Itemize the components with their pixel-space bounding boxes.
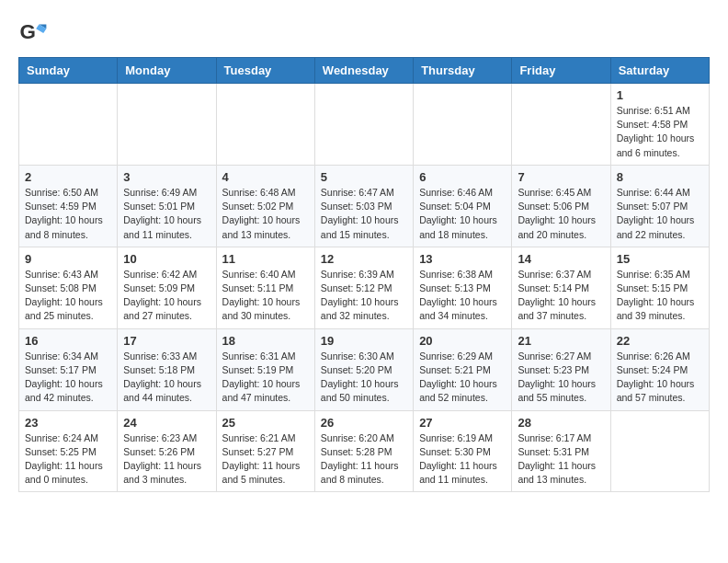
calendar-cell xyxy=(216,84,314,166)
day-info: Sunrise: 6:24 AM Sunset: 5:25 PM Dayligh… xyxy=(25,431,111,488)
day-number: 11 xyxy=(222,252,309,266)
calendar-cell: 7Sunrise: 6:45 AM Sunset: 5:06 PM Daylig… xyxy=(512,165,610,247)
weekday-header-sunday: Sunday xyxy=(19,58,118,84)
calendar-cell: 14Sunrise: 6:37 AM Sunset: 5:14 PM Dayli… xyxy=(512,247,610,328)
svg-text:G: G xyxy=(20,20,36,43)
day-number: 8 xyxy=(617,170,703,184)
day-info: Sunrise: 6:17 AM Sunset: 5:31 PM Dayligh… xyxy=(518,431,604,488)
day-info: Sunrise: 6:33 AM Sunset: 5:18 PM Dayligh… xyxy=(123,350,210,406)
day-info: Sunrise: 6:39 AM Sunset: 5:12 PM Dayligh… xyxy=(321,268,407,324)
calendar-week-0: 1Sunrise: 6:51 AM Sunset: 4:58 PM Daylig… xyxy=(19,84,710,166)
day-number: 3 xyxy=(123,170,210,184)
calendar-cell: 15Sunrise: 6:35 AM Sunset: 5:15 PM Dayli… xyxy=(610,247,709,328)
calendar-cell: 4Sunrise: 6:48 AM Sunset: 5:02 PM Daylig… xyxy=(216,165,314,247)
weekday-header-saturday: Saturday xyxy=(610,58,709,84)
day-info: Sunrise: 6:45 AM Sunset: 5:06 PM Dayligh… xyxy=(518,186,604,242)
day-number: 12 xyxy=(321,252,407,266)
calendar-week-2: 9Sunrise: 6:43 AM Sunset: 5:08 PM Daylig… xyxy=(19,247,710,328)
day-number: 18 xyxy=(222,334,309,348)
weekday-header-thursday: Thursday xyxy=(414,58,512,84)
calendar-cell: 17Sunrise: 6:33 AM Sunset: 5:18 PM Dayli… xyxy=(118,328,216,410)
weekday-header-row: SundayMondayTuesdayWednesdayThursdayFrid… xyxy=(19,58,710,84)
day-number: 2 xyxy=(25,170,111,184)
calendar-cell: 9Sunrise: 6:43 AM Sunset: 5:08 PM Daylig… xyxy=(19,247,118,328)
weekday-header-monday: Monday xyxy=(118,58,216,84)
page-header: G xyxy=(18,18,710,48)
calendar-cell: 5Sunrise: 6:47 AM Sunset: 5:03 PM Daylig… xyxy=(314,165,413,247)
day-number: 9 xyxy=(25,252,111,266)
calendar-cell: 24Sunrise: 6:23 AM Sunset: 5:26 PM Dayli… xyxy=(118,410,216,492)
day-info: Sunrise: 6:26 AM Sunset: 5:24 PM Dayligh… xyxy=(617,350,703,406)
weekday-header-wednesday: Wednesday xyxy=(314,58,413,84)
day-info: Sunrise: 6:37 AM Sunset: 5:14 PM Dayligh… xyxy=(518,268,604,324)
day-info: Sunrise: 6:48 AM Sunset: 5:02 PM Dayligh… xyxy=(222,186,309,242)
calendar-cell: 27Sunrise: 6:19 AM Sunset: 5:30 PM Dayli… xyxy=(414,410,512,492)
weekday-header-tuesday: Tuesday xyxy=(216,58,314,84)
day-number: 21 xyxy=(518,334,604,348)
day-number: 13 xyxy=(419,252,506,266)
calendar-cell: 13Sunrise: 6:38 AM Sunset: 5:13 PM Dayli… xyxy=(414,247,512,328)
day-info: Sunrise: 6:27 AM Sunset: 5:23 PM Dayligh… xyxy=(518,350,604,406)
calendar-cell xyxy=(19,84,118,166)
day-info: Sunrise: 6:19 AM Sunset: 5:30 PM Dayligh… xyxy=(419,431,506,488)
day-number: 5 xyxy=(321,170,407,184)
day-number: 19 xyxy=(321,334,407,348)
day-number: 23 xyxy=(25,416,111,430)
day-info: Sunrise: 6:34 AM Sunset: 5:17 PM Dayligh… xyxy=(25,350,111,406)
calendar-cell: 26Sunrise: 6:20 AM Sunset: 5:28 PM Dayli… xyxy=(314,410,413,492)
day-number: 16 xyxy=(25,334,111,348)
day-info: Sunrise: 6:30 AM Sunset: 5:20 PM Dayligh… xyxy=(321,350,407,406)
day-number: 26 xyxy=(321,416,407,430)
calendar-cell xyxy=(414,84,512,166)
calendar-cell: 6Sunrise: 6:46 AM Sunset: 5:04 PM Daylig… xyxy=(414,165,512,247)
calendar-cell xyxy=(610,410,709,492)
day-number: 14 xyxy=(518,252,604,266)
day-number: 27 xyxy=(419,416,506,430)
day-number: 6 xyxy=(419,170,506,184)
calendar-cell: 3Sunrise: 6:49 AM Sunset: 5:01 PM Daylig… xyxy=(118,165,216,247)
day-info: Sunrise: 6:43 AM Sunset: 5:08 PM Dayligh… xyxy=(25,268,111,324)
calendar-week-1: 2Sunrise: 6:50 AM Sunset: 4:59 PM Daylig… xyxy=(19,165,710,247)
day-info: Sunrise: 6:38 AM Sunset: 5:13 PM Dayligh… xyxy=(419,268,506,324)
day-number: 1 xyxy=(617,88,703,102)
day-info: Sunrise: 6:44 AM Sunset: 5:07 PM Dayligh… xyxy=(617,186,703,242)
day-info: Sunrise: 6:40 AM Sunset: 5:11 PM Dayligh… xyxy=(222,268,309,324)
calendar-cell: 11Sunrise: 6:40 AM Sunset: 5:11 PM Dayli… xyxy=(216,247,314,328)
calendar-cell: 16Sunrise: 6:34 AM Sunset: 5:17 PM Dayli… xyxy=(19,328,118,410)
day-info: Sunrise: 6:49 AM Sunset: 5:01 PM Dayligh… xyxy=(123,186,210,242)
day-info: Sunrise: 6:42 AM Sunset: 5:09 PM Dayligh… xyxy=(123,268,210,324)
day-info: Sunrise: 6:46 AM Sunset: 5:04 PM Dayligh… xyxy=(419,186,506,242)
calendar-cell: 12Sunrise: 6:39 AM Sunset: 5:12 PM Dayli… xyxy=(314,247,413,328)
day-info: Sunrise: 6:31 AM Sunset: 5:19 PM Dayligh… xyxy=(222,350,309,406)
calendar-cell: 20Sunrise: 6:29 AM Sunset: 5:21 PM Dayli… xyxy=(414,328,512,410)
calendar-cell: 2Sunrise: 6:50 AM Sunset: 4:59 PM Daylig… xyxy=(19,165,118,247)
day-info: Sunrise: 6:21 AM Sunset: 5:27 PM Dayligh… xyxy=(222,431,309,488)
day-number: 22 xyxy=(617,334,703,348)
day-info: Sunrise: 6:20 AM Sunset: 5:28 PM Dayligh… xyxy=(321,431,407,488)
day-number: 28 xyxy=(518,416,604,430)
calendar-cell: 28Sunrise: 6:17 AM Sunset: 5:31 PM Dayli… xyxy=(512,410,610,492)
day-number: 17 xyxy=(123,334,210,348)
day-info: Sunrise: 6:29 AM Sunset: 5:21 PM Dayligh… xyxy=(419,350,506,406)
calendar-cell: 19Sunrise: 6:30 AM Sunset: 5:20 PM Dayli… xyxy=(314,328,413,410)
calendar-table: SundayMondayTuesdayWednesdayThursdayFrid… xyxy=(18,57,710,492)
day-number: 7 xyxy=(518,170,604,184)
calendar-cell: 23Sunrise: 6:24 AM Sunset: 5:25 PM Dayli… xyxy=(19,410,118,492)
day-info: Sunrise: 6:35 AM Sunset: 5:15 PM Dayligh… xyxy=(617,268,703,324)
calendar-cell xyxy=(512,84,610,166)
calendar-week-3: 16Sunrise: 6:34 AM Sunset: 5:17 PM Dayli… xyxy=(19,328,710,410)
day-number: 24 xyxy=(123,416,210,430)
calendar-cell: 25Sunrise: 6:21 AM Sunset: 5:27 PM Dayli… xyxy=(216,410,314,492)
day-number: 10 xyxy=(123,252,210,266)
day-info: Sunrise: 6:23 AM Sunset: 5:26 PM Dayligh… xyxy=(123,431,210,488)
calendar-cell xyxy=(118,84,216,166)
logo-icon: G xyxy=(18,18,48,48)
day-number: 20 xyxy=(419,334,506,348)
day-number: 4 xyxy=(222,170,309,184)
calendar-cell: 10Sunrise: 6:42 AM Sunset: 5:09 PM Dayli… xyxy=(118,247,216,328)
calendar-cell: 22Sunrise: 6:26 AM Sunset: 5:24 PM Dayli… xyxy=(610,328,709,410)
calendar-week-4: 23Sunrise: 6:24 AM Sunset: 5:25 PM Dayli… xyxy=(19,410,710,492)
day-number: 15 xyxy=(617,252,703,266)
calendar-cell: 1Sunrise: 6:51 AM Sunset: 4:58 PM Daylig… xyxy=(610,84,709,166)
day-info: Sunrise: 6:50 AM Sunset: 4:59 PM Dayligh… xyxy=(25,186,111,242)
